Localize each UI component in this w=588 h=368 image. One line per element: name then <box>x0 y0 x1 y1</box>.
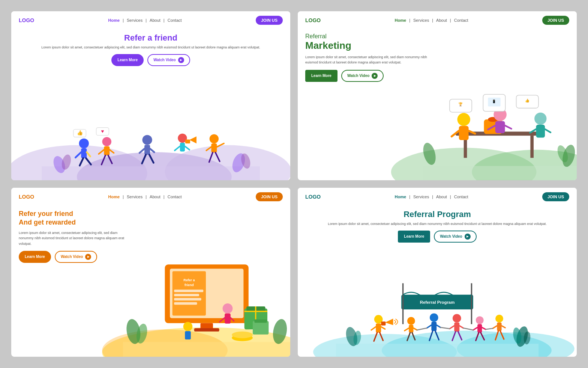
card-referral-program: LOGO Home | Services | About | Contact J… <box>298 188 577 357</box>
svg-point-137 <box>476 316 484 324</box>
svg-point-125 <box>430 313 438 322</box>
nav-home-3[interactable]: Home <box>108 195 120 199</box>
svg-rect-80 <box>174 290 203 292</box>
title-3: Refer your friend And get rewarded <box>19 210 129 227</box>
svg-marker-117 <box>385 318 393 325</box>
svg-point-94 <box>183 322 192 331</box>
nav-links-4: Home | Services | About | Contact <box>395 195 468 199</box>
watch-video-button-1[interactable]: Watch Video ▶ <box>147 54 190 66</box>
svg-text:🏆: 🏆 <box>458 103 463 107</box>
nav-about-2[interactable]: About <box>436 18 447 23</box>
nav-contact-1[interactable]: Contact <box>168 18 182 23</box>
svg-rect-74 <box>123 342 290 357</box>
logo-3: LOGO <box>19 194 34 200</box>
join-button-2[interactable]: JOIN US <box>542 16 569 25</box>
nav-services-1[interactable]: Services <box>127 18 142 23</box>
subtitle-3: Lorem ipsum dolor sit amet, consectetuer… <box>19 230 129 246</box>
join-button-1[interactable]: JOIN US <box>256 16 283 25</box>
nav-about-1[interactable]: About <box>150 18 160 23</box>
svg-line-113 <box>371 327 376 330</box>
svg-rect-138 <box>477 324 482 333</box>
join-button-3[interactable]: JOIN US <box>256 192 283 201</box>
nav-services-4[interactable]: Services <box>413 195 429 199</box>
svg-rect-85 <box>194 328 219 332</box>
navbar-2: LOGO Home | Services | About | Contact J… <box>298 11 577 29</box>
text-section-1: Refer a friend Lorem ipsum dolor sit ame… <box>11 29 290 66</box>
subtitle-4: Lorem ipsum dolor sit amet, consectetuer… <box>305 222 569 227</box>
nav-about-3[interactable]: About <box>150 195 160 199</box>
learn-more-button-2[interactable]: Learn More <box>305 70 338 82</box>
svg-rect-144 <box>497 323 501 331</box>
learn-more-button-3[interactable]: Learn More <box>19 251 51 263</box>
svg-line-139 <box>473 327 477 330</box>
svg-rect-9 <box>81 148 87 158</box>
svg-rect-97 <box>225 314 231 324</box>
play-icon-1: ▶ <box>178 57 184 63</box>
watch-video-button-3[interactable]: Watch Video ▶ <box>55 251 97 263</box>
nav-about-4[interactable]: About <box>436 195 447 199</box>
text-section-3: Refer your friend And get rewarded Lorem… <box>11 206 137 357</box>
svg-rect-37 <box>211 143 217 152</box>
title-sm-2: Referral <box>305 33 430 40</box>
svg-text:📱: 📱 <box>492 100 496 104</box>
svg-point-93 <box>232 332 253 338</box>
svg-point-119 <box>407 317 415 325</box>
svg-line-151 <box>464 328 473 330</box>
btn-row-4: Learn More Watch Video ▶ <box>305 231 569 243</box>
subtitle-1: Lorem ipsum dolor sit amet, consectetuer… <box>19 45 283 50</box>
navbar-3: LOGO Home | Services | About | Contact J… <box>11 188 290 206</box>
svg-line-134 <box>459 326 463 328</box>
svg-rect-55 <box>495 121 505 133</box>
svg-line-149 <box>417 328 427 330</box>
nav-links-3: Home | Services | About | Contact <box>108 195 182 199</box>
svg-text:👍: 👍 <box>525 98 530 103</box>
nav-contact-2[interactable]: Contact <box>454 18 468 23</box>
svg-point-24 <box>142 135 152 145</box>
svg-line-114 <box>381 327 385 329</box>
nav-services-3[interactable]: Services <box>127 195 142 199</box>
learn-more-button-4[interactable]: Learn More <box>398 231 430 243</box>
svg-text:Referral Program: Referral Program <box>420 300 454 305</box>
nav-contact-4[interactable]: Contact <box>454 195 468 199</box>
svg-rect-47 <box>530 136 534 158</box>
watch-video-button-2[interactable]: Watch Video ▶ <box>341 70 384 82</box>
svg-point-143 <box>495 315 503 323</box>
svg-line-127 <box>427 325 431 328</box>
purple-scene: 👍 ♥ <box>11 75 290 180</box>
nav-home-2[interactable]: Home <box>395 18 406 23</box>
logo-2: LOGO <box>305 17 321 23</box>
nav-home-1[interactable]: Home <box>108 18 120 23</box>
svg-point-50 <box>457 113 470 126</box>
svg-line-133 <box>450 326 454 329</box>
svg-rect-81 <box>174 294 199 297</box>
svg-point-96 <box>222 303 232 314</box>
svg-line-27 <box>150 149 154 152</box>
svg-point-8 <box>79 138 89 148</box>
svg-rect-82 <box>174 298 201 301</box>
nav-home-4[interactable]: Home <box>395 195 406 199</box>
svg-line-61 <box>545 129 550 133</box>
learn-more-button-1[interactable]: Learn More <box>111 54 144 66</box>
svg-line-150 <box>441 327 450 329</box>
join-button-4[interactable]: JOIN US <box>542 192 569 201</box>
navbar-1: LOGO Home | Services | About | Contact J… <box>11 11 290 29</box>
svg-line-140 <box>482 327 486 329</box>
svg-rect-120 <box>409 325 413 333</box>
nav-contact-3[interactable]: Contact <box>168 195 182 199</box>
svg-line-32 <box>175 146 180 150</box>
svg-rect-25 <box>144 145 150 154</box>
play-icon-3: ▶ <box>85 254 91 260</box>
svg-text:friend: friend <box>184 284 194 287</box>
svg-line-122 <box>413 328 417 330</box>
nav-services-2[interactable]: Services <box>413 18 429 23</box>
card-refer-friend: LOGO Home | Services | About | Contact J… <box>11 11 290 180</box>
content-3: Refer your friend And get rewarded Lorem… <box>11 206 290 357</box>
content-4: Referral Program Lorem ipsum dolor sit a… <box>298 206 577 357</box>
subtitle-2: Lorem ipsum dolor sit amet, consectetuer… <box>305 54 430 65</box>
play-icon-2: ▶ <box>372 73 378 79</box>
title-4: Referral Program <box>305 210 569 219</box>
watch-video-button-4[interactable]: Watch Video ▶ <box>434 231 476 243</box>
svg-rect-3 <box>42 166 260 180</box>
svg-point-131 <box>453 314 461 323</box>
svg-marker-34 <box>189 136 196 143</box>
